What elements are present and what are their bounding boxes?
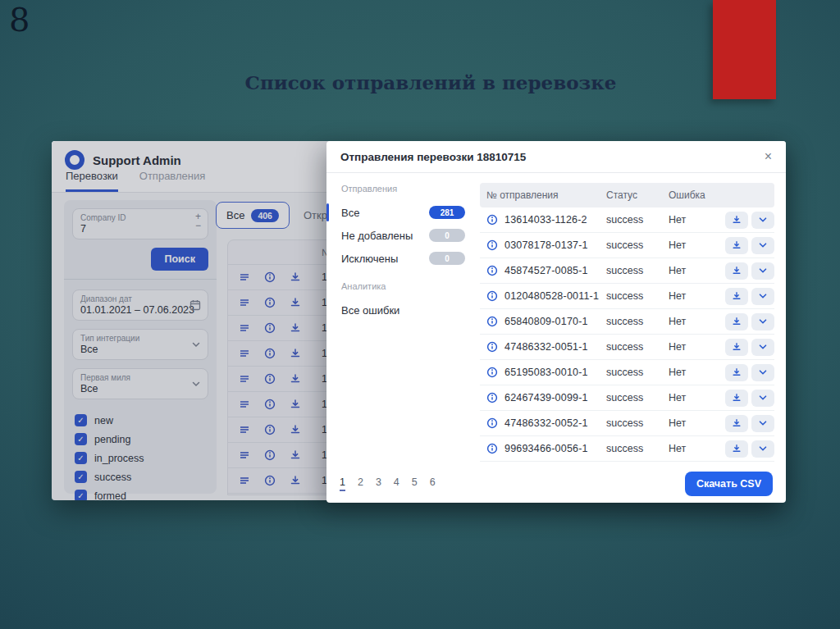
table-header: № отправления Статус Ошибка	[480, 183, 774, 207]
slide-title: Список отправлений в перевозке	[245, 71, 617, 93]
sidebar-analytics-items: Все ошибки	[326, 299, 480, 321]
red-accent-block	[713, 0, 776, 99]
shipment-error: Нет	[669, 265, 725, 276]
download-button[interactable]	[725, 262, 748, 280]
col-number: № отправления	[486, 189, 606, 201]
screenshot-stage: Support Admin Перевозки Отправления Comp…	[52, 141, 786, 503]
download-csv-button[interactable]: Скачать CSV	[685, 472, 773, 496]
expand-chevron-button[interactable]	[751, 288, 774, 305]
download-button[interactable]	[725, 390, 748, 407]
col-error: Ошибка	[669, 189, 774, 201]
expand-chevron-button[interactable]	[751, 212, 774, 229]
info-icon[interactable]	[486, 265, 504, 276]
shipment-id: 45874527-0085-1	[504, 265, 606, 276]
download-button[interactable]	[725, 313, 748, 330]
table-row: 62467439-0099-1 success Нет	[480, 385, 774, 411]
download-button[interactable]	[725, 237, 748, 254]
shipment-id: 65840809-0170-1	[504, 316, 606, 327]
shipment-status: success	[606, 443, 669, 454]
shipment-error: Нет	[669, 214, 725, 226]
expand-chevron-button[interactable]	[751, 415, 774, 432]
row-actions	[725, 415, 774, 432]
shipment-status: success	[606, 392, 669, 403]
modal-table: № отправления Статус Ошибка 13614033-112…	[480, 173, 786, 465]
shipment-id: 62467439-0099-1	[504, 392, 606, 403]
row-actions	[725, 313, 774, 330]
sidebar-item-label: Все ошибки	[341, 304, 399, 317]
expand-chevron-button[interactable]	[751, 313, 774, 330]
sidebar-item-all-errors[interactable]: Все ошибки	[326, 299, 480, 321]
page-button[interactable]: 3	[376, 476, 381, 491]
shipment-status: success	[606, 417, 669, 429]
info-icon[interactable]	[486, 239, 504, 251]
info-icon[interactable]	[486, 392, 504, 403]
sidebar-item-count-badge: 281	[429, 206, 465, 219]
expand-chevron-button[interactable]	[751, 339, 774, 356]
info-icon[interactable]	[486, 341, 504, 353]
info-icon[interactable]	[486, 417, 504, 429]
row-actions	[725, 237, 774, 254]
page-button[interactable]: 1	[340, 476, 345, 491]
shipment-status: success	[606, 290, 669, 302]
sidebar-item-count-badge: 0	[429, 229, 465, 242]
shipment-status: success	[606, 239, 669, 251]
download-button[interactable]	[725, 364, 748, 381]
modal-footer: 123456 Скачать CSV	[326, 465, 786, 503]
table-rows: 13614033-1126-2 success Нет	[480, 207, 774, 462]
page-button[interactable]: 4	[394, 476, 399, 491]
shipment-error: Нет	[669, 239, 725, 251]
modal-title: Отправления перевозки 18810715	[340, 151, 526, 163]
shipment-id: 13614033-1126-2	[504, 214, 606, 226]
pagination: 123456	[340, 476, 436, 491]
shipment-id: 65195083-0010-1	[504, 367, 606, 378]
table-row: 13614033-1126-2 success Нет	[480, 207, 774, 233]
info-icon[interactable]	[486, 443, 504, 454]
sidebar-item[interactable]: Не добавлены 0	[326, 224, 480, 247]
download-button[interactable]	[725, 339, 748, 356]
download-button[interactable]	[725, 212, 748, 229]
page-button[interactable]: 5	[412, 476, 418, 491]
page-button[interactable]: 2	[358, 476, 363, 491]
download-button[interactable]	[725, 415, 748, 432]
sidebar-items: Все 281 Не добавлены 0 Исключены 0	[326, 201, 480, 270]
info-icon[interactable]	[486, 367, 504, 378]
expand-chevron-button[interactable]	[751, 237, 774, 254]
row-actions	[725, 212, 774, 229]
info-icon[interactable]	[486, 214, 504, 226]
close-icon[interactable]: ×	[765, 150, 772, 163]
expand-chevron-button[interactable]	[751, 440, 774, 458]
shipment-id: 03078178-0137-1	[504, 239, 606, 251]
info-icon[interactable]	[486, 316, 504, 327]
shipment-id: 47486332-0052-1	[504, 417, 606, 429]
shipment-id: 0120480528-0011-1	[504, 290, 606, 302]
shipment-error: Нет	[669, 392, 725, 403]
table-row: 45874527-0085-1 success Нет	[480, 258, 774, 284]
expand-chevron-button[interactable]	[751, 390, 774, 407]
shipment-status: success	[606, 367, 669, 378]
modal-header: Отправления перевозки 18810715 ×	[326, 141, 786, 173]
sidebar-item[interactable]: Все 281	[326, 201, 480, 224]
shipment-id: 99693466-0056-1	[504, 443, 606, 454]
sidebar-item-label: Не добавлены	[341, 230, 413, 242]
table-row: 0120480528-0011-1 success Нет	[480, 284, 774, 309]
row-actions	[725, 339, 774, 356]
table-row: 65840809-0170-1 success Нет	[480, 309, 774, 335]
download-button[interactable]	[725, 288, 748, 305]
table-row: 65195083-0010-1 success Нет	[480, 360, 774, 385]
download-button[interactable]	[725, 440, 748, 458]
table-row: 99693466-0056-1 success Нет	[480, 436, 774, 462]
shipment-status: success	[606, 316, 669, 327]
row-actions	[725, 390, 774, 407]
table-row: 47486332-0052-1 success Нет	[480, 411, 774, 436]
page-button[interactable]: 6	[430, 476, 436, 491]
modal-sidebar: Отправления Все 281 Не добавлены 0 Исклю…	[326, 173, 480, 465]
expand-chevron-button[interactable]	[751, 262, 774, 280]
col-status: Статус	[606, 189, 669, 201]
info-icon[interactable]	[486, 290, 504, 302]
sidebar-section-analytics: Аналитика	[326, 281, 480, 291]
expand-chevron-button[interactable]	[751, 364, 774, 381]
sidebar-item[interactable]: Исключены 0	[326, 247, 480, 270]
row-actions	[725, 440, 774, 458]
shipment-status: success	[606, 341, 669, 353]
shipment-error: Нет	[669, 341, 725, 353]
